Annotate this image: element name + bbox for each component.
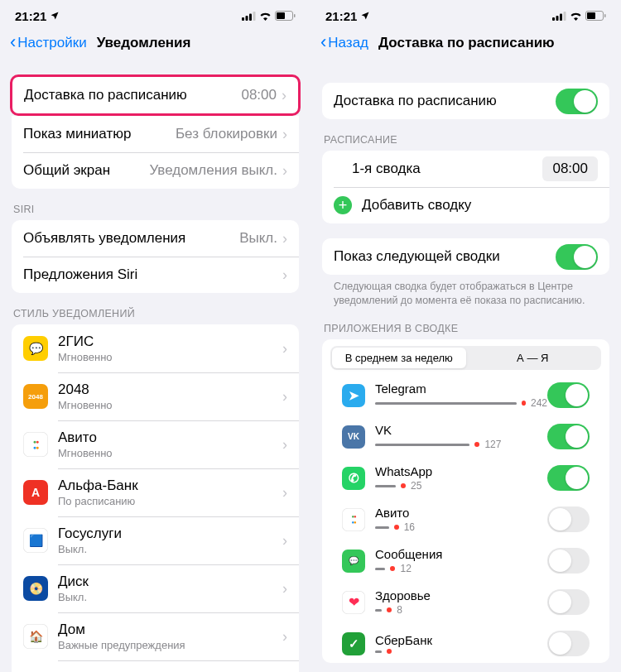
- add-summary-cell[interactable]: + Добавить сводку: [322, 187, 609, 223]
- time-picker[interactable]: 08:00: [542, 156, 598, 181]
- summary-time-cell[interactable]: 1-я сводка 08:00: [322, 151, 609, 187]
- app-cell[interactable]: ААльфа-БанкПо расписанию›: [12, 468, 299, 516]
- add-icon: +: [334, 196, 352, 214]
- delivery-toggle-cell: Доставка по расписанию: [322, 83, 609, 119]
- app-cell[interactable]: 💬2ГИСМгновенно›: [12, 324, 299, 372]
- app-toggle[interactable]: [547, 631, 590, 656]
- app-toggle[interactable]: [547, 548, 590, 574]
- badge-dot: [390, 566, 395, 571]
- app-icon: ✆: [342, 467, 365, 490]
- app-toggle[interactable]: [547, 589, 590, 615]
- siri-cell[interactable]: Объявлять уведомленияВыкл.›: [12, 220, 299, 257]
- settings-cell[interactable]: Показ миниатюрБез блокировки›: [12, 116, 299, 152]
- app-cell[interactable]: 🏠ДомВажные предупреждения›: [12, 612, 299, 660]
- app-cell[interactable]: ●●●●АвитоМгновенно›: [12, 420, 299, 468]
- back-label: Назад: [328, 35, 368, 51]
- settings-cell[interactable]: Общий экранУведомления выкл.›: [12, 152, 299, 189]
- app-cell[interactable]: 🛒Едадил›: [12, 660, 299, 672]
- badge-dot: [387, 607, 392, 612]
- app-title: Telegram: [375, 382, 547, 396]
- app-cell[interactable]: 🟦ГосуслугиВыкл.›: [12, 516, 299, 564]
- app-toggle[interactable]: [547, 424, 590, 449]
- cell-label: Доставка по расписанию: [334, 93, 497, 109]
- back-label: Настройки: [17, 35, 86, 51]
- chevron-right-icon: ›: [282, 266, 287, 284]
- schedule-header: РАСПИСАНИЕ: [310, 134, 621, 151]
- app-icon: VK: [342, 425, 365, 449]
- app-title: Сообщения: [375, 547, 547, 561]
- app-toggle[interactable]: [547, 382, 590, 408]
- apps-group: 💬2ГИСМгновенно›20482048Мгновенно›●●●●Ави…: [12, 324, 299, 672]
- app-icon: 💬: [342, 550, 365, 573]
- battery-icon: [275, 9, 296, 23]
- svg-rect-7: [552, 17, 555, 21]
- app-sub: По расписанию: [58, 495, 282, 507]
- status-bar: 21:21: [310, 8, 621, 23]
- app-toggle[interactable]: [547, 465, 590, 491]
- back-button[interactable]: ‹ Настройки: [7, 35, 90, 51]
- chevron-right-icon: ›: [282, 388, 287, 406]
- wifi-icon: [259, 9, 272, 23]
- app-title: 2ГИС: [58, 334, 282, 350]
- next-summary-note: Следующая сводка будет отображаться в Це…: [310, 275, 621, 308]
- siri-header: SIRI: [0, 204, 310, 220]
- svg-rect-0: [242, 17, 244, 21]
- status-time: 21:21: [15, 9, 46, 23]
- cell-value: Без блокировки: [176, 126, 277, 142]
- delivery-toggle[interactable]: [556, 89, 598, 114]
- notification-count: 8: [397, 604, 402, 616]
- back-button[interactable]: ‹ Назад: [317, 35, 372, 51]
- notification-count: 127: [484, 439, 501, 450]
- chevron-right-icon: ›: [282, 580, 287, 598]
- wifi-icon: [570, 9, 582, 23]
- chevron-left-icon: ‹: [320, 33, 326, 51]
- cell-label: Объявлять уведомления: [23, 230, 185, 247]
- scheduled-delivery-cell[interactable]: Доставка по расписанию 08:00 ›: [12, 77, 298, 113]
- siri-cell[interactable]: Предложения Siri›: [12, 257, 299, 293]
- location-icon: [50, 9, 60, 23]
- app-icon: ●●●●: [23, 432, 48, 457]
- chevron-right-icon: ›: [282, 436, 287, 454]
- seg-alpha[interactable]: А — Я: [466, 348, 600, 368]
- app-icon: 🟦: [23, 528, 48, 553]
- app-icon: ❤: [342, 591, 365, 614]
- cell-value: Уведомления выкл.: [149, 162, 277, 179]
- summary-app-row: ●●●●Авито16: [330, 497, 601, 539]
- app-icon: А: [23, 480, 48, 505]
- status-bar: 21:21: [0, 8, 310, 23]
- app-toggle[interactable]: [547, 506, 590, 532]
- cell-label: Предложения Siri: [23, 266, 137, 283]
- svg-rect-10: [564, 12, 566, 21]
- app-title: Альфа-Банк: [58, 478, 282, 494]
- nav-bar: ‹ Назад Доставка по расписанию: [310, 25, 621, 61]
- cell-value: 08:00: [241, 87, 277, 103]
- svg-rect-13: [604, 14, 606, 17]
- app-cell[interactable]: 20482048Мгновенно›: [12, 372, 299, 420]
- app-cell[interactable]: 📀ДискВыкл.›: [12, 564, 299, 612]
- siri-group: Объявлять уведомленияВыкл.›Предложения S…: [12, 220, 299, 293]
- app-title: 2048: [58, 382, 282, 398]
- chevron-right-icon: ›: [282, 230, 287, 247]
- notification-count: 16: [404, 521, 415, 533]
- left-panel: 21:21 ‹ Настройки Уведомления Доставка п…: [0, 0, 310, 672]
- app-title: Дом: [58, 622, 282, 638]
- app-sub: Важные предупреждения: [58, 639, 282, 651]
- seg-avg-week[interactable]: В среднем за неделю: [332, 348, 466, 368]
- battery-icon: [585, 9, 606, 23]
- signal-icon: [242, 9, 256, 23]
- notification-count: 242: [531, 397, 547, 409]
- chevron-right-icon: ›: [282, 532, 287, 550]
- style-header: СТИЛЬ УВЕДОМЛЕНИЙ: [0, 308, 310, 324]
- summary-app-row: ❤Здоровье8: [330, 580, 601, 622]
- chevron-right-icon: ›: [282, 87, 286, 104]
- signal-icon: [552, 9, 566, 23]
- svg-rect-5: [277, 12, 285, 19]
- status-time: 21:21: [325, 9, 357, 23]
- cell-label: Добавить сводку: [362, 197, 471, 214]
- chevron-right-icon: ›: [282, 340, 287, 358]
- next-summary-toggle[interactable]: [556, 244, 598, 270]
- chevron-left-icon: ‹: [10, 33, 16, 51]
- app-sub: Мгновенно: [58, 351, 282, 363]
- nav-bar: ‹ Настройки Уведомления: [0, 25, 310, 61]
- summary-app-row: 💬Сообщения12: [330, 539, 601, 580]
